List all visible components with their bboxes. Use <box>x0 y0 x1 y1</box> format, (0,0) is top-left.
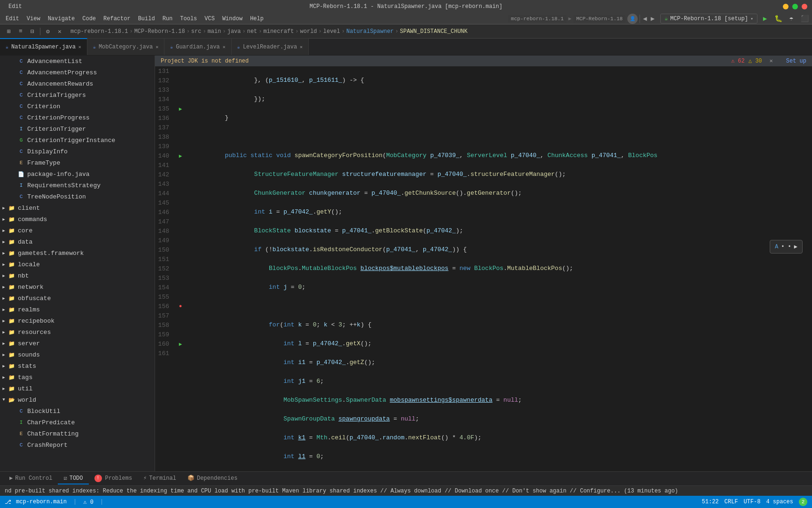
sidebar-item-data[interactable]: ▶ 📁 data <box>0 236 155 247</box>
breadcrumb-module[interactable]: MCP-Reborn-1.18 <box>134 28 185 35</box>
status-line-ending[interactable]: CRLF <box>725 499 738 505</box>
sidebar-item-recipebook[interactable]: ▶ 📁 recipebook <box>0 315 155 326</box>
sidebar-item-chat-formatting[interactable]: E ChatFormatting <box>0 428 155 439</box>
tab-close-mob-category[interactable]: ✕ <box>156 44 158 50</box>
menu-vcs[interactable]: VCS <box>201 15 219 23</box>
sidebar-item-obfuscate[interactable]: ▶ 📁 obfuscate <box>0 293 155 304</box>
sidebar-item-nbt[interactable]: ▶ 📁 nbt <box>0 270 155 281</box>
menu-refactor[interactable]: Refactor <box>100 15 134 23</box>
collapsed-arrow: ▶ <box>0 385 8 392</box>
menu-edit[interactable]: Edit <box>2 15 23 23</box>
sidebar-item-client[interactable]: ▶ 📁 client <box>0 202 155 214</box>
sidebar-item-sounds[interactable]: ▶ 📁 sounds <box>0 349 155 360</box>
sidebar-item-crash-report[interactable]: C CrashReport <box>0 439 155 451</box>
sidebar-item-frame-type[interactable]: E FrameType <box>0 157 155 168</box>
tab-natural-spawner[interactable]: ☕ NaturalSpawner.java ✕ <box>0 38 87 55</box>
breadcrumb-project[interactable]: mcp-reborn-1.18.1 <box>70 28 128 35</box>
menu-run[interactable]: Run <box>159 15 177 23</box>
navigate-back-button[interactable]: ◀ <box>642 14 648 24</box>
menu-tools[interactable]: Tools <box>176 15 201 23</box>
breadcrumb-java[interactable]: java <box>227 28 241 35</box>
menu-navigate[interactable]: Navigate <box>44 15 79 23</box>
sidebar-item-criteria-triggers[interactable]: C CriteriaTriggers <box>0 89 155 101</box>
menu-code[interactable]: Code <box>78 15 100 23</box>
toolbar-layout-icon[interactable]: ⊞ <box>4 26 14 37</box>
breadcrumb-net[interactable]: net <box>247 28 258 35</box>
sidebar-item-locale[interactable]: ▶ 📁 locale <box>0 259 155 270</box>
settings-button[interactable]: ⚙ <box>43 26 53 37</box>
sidebar-item-requirements-strategy[interactable]: I RequirementsStrategy <box>0 180 155 191</box>
sidebar-item-server[interactable]: ▶ 📁 server <box>0 338 155 349</box>
module-selector[interactable]: MCP-Reborn-1.18 <box>573 15 625 23</box>
sidebar-item-commands[interactable]: ▶ 📁 commands <box>0 214 155 225</box>
sidebar-item-char-predicate[interactable]: I CharPredicate <box>0 417 155 428</box>
warning-count: △ 30 <box>749 57 762 64</box>
breadcrumb-minecraft[interactable]: minecraft <box>264 28 294 35</box>
sidebar-item-display-info[interactable]: C DisplayInfo <box>0 146 155 157</box>
stop-button[interactable]: ⬛ <box>799 13 810 24</box>
expand-all-button[interactable]: ⊟ <box>27 26 38 37</box>
bottom-problems[interactable]: ! Problems <box>89 473 138 485</box>
breadcrumb-world[interactable]: world <box>300 28 317 35</box>
tab-close-level-reader[interactable]: ✕ <box>300 44 303 50</box>
close-panel-button[interactable]: ✕ <box>55 26 65 37</box>
breadcrumb-main[interactable]: main <box>208 28 221 35</box>
code-text-area[interactable]: }, (p_151610_, p_151611_) -> { }); } pub… <box>193 66 812 471</box>
tab-mob-category[interactable]: ☕ MobCategory.java ✕ <box>87 38 164 55</box>
run-config-selector[interactable]: ☕ MCP-Reborn-1.18 [setup] ▾ <box>660 14 757 24</box>
breadcrumb-symbol[interactable]: SPAWN_DISTANCE_CHUNK <box>400 28 468 35</box>
sidebar-item-world[interactable]: ▼ 📂 world <box>0 394 155 405</box>
bottom-dependencies[interactable]: 📦 Dependencies <box>182 473 243 484</box>
maximize-button[interactable] <box>792 4 798 9</box>
code-scroll[interactable]: 131 132 133 <box>155 66 812 471</box>
sidebar-item-gametest[interactable]: ▶ 📁 gametest.framework <box>0 247 155 259</box>
sidebar-item-tags[interactable]: ▶ 📁 tags <box>0 372 155 383</box>
close-button[interactable] <box>802 4 807 9</box>
menu-view[interactable]: View <box>23 15 44 23</box>
breadcrumb-class[interactable]: NaturalSpawner <box>346 28 394 35</box>
sidebar-item-advancement-rewards[interactable]: C AdvancementRewards <box>0 78 155 89</box>
setup-link[interactable]: Set up <box>786 58 806 64</box>
tab-level-reader[interactable]: ☕ LevelReader.java ✕ <box>232 38 309 55</box>
tab-close-guardian[interactable]: ✕ <box>223 44 226 50</box>
sidebar-item-network[interactable]: ▶ 📁 network <box>0 281 155 293</box>
sidebar-item-criterion-trigger[interactable]: I CriterionTrigger <box>0 123 155 135</box>
breadcrumb-src[interactable]: src <box>191 28 202 35</box>
sidebar-item-realms[interactable]: ▶ 📁 realms <box>0 304 155 315</box>
app-menu-edit[interactable]: Edit <box>5 2 26 11</box>
status-charset[interactable]: UTF-8 <box>743 499 760 505</box>
close-notification-icon[interactable]: ✕ <box>770 57 773 64</box>
sidebar-item-resources[interactable]: ▶ 📁 resources <box>0 326 155 338</box>
sidebar-item-package-info[interactable]: 📄 package-info.java <box>0 168 155 180</box>
ai-suggestion-overlay[interactable]: A • • ▶ <box>770 240 803 254</box>
sidebar-item-core[interactable]: ▶ 📁 core <box>0 225 155 236</box>
run-button[interactable]: ▶ <box>759 13 771 24</box>
collapse-all-button[interactable]: ≡ <box>16 26 26 37</box>
bottom-run-control[interactable]: ▶ Run Control <box>4 473 58 484</box>
sidebar-item-criterion[interactable]: C Criterion <box>0 101 155 112</box>
navigate-forward-button[interactable]: ▶ <box>650 14 656 24</box>
sidebar-item-util[interactable]: ▶ 📁 util <box>0 383 155 394</box>
menu-help[interactable]: Help <box>246 15 267 23</box>
sidebar-item-criterion-progress[interactable]: C CriterionProgress <box>0 112 155 123</box>
debug-button[interactable]: 🐛 <box>773 13 784 24</box>
status-line-col[interactable]: 51:22 <box>702 499 719 505</box>
sidebar-item-advancement-progress[interactable]: C AdvancementProgress <box>0 67 155 78</box>
sidebar-item-advancement-list[interactable]: C AdvancementList <box>0 56 155 67</box>
bottom-terminal[interactable]: ⚡ Terminal <box>138 473 182 484</box>
project-selector[interactable]: mcp-reborn-1.18.1 <box>508 15 566 23</box>
sidebar-item-tree-node-position[interactable]: C TreeNodePosition <box>0 191 155 202</box>
tab-close-natural-spawner[interactable]: ✕ <box>78 44 81 50</box>
sidebar-item-stats[interactable]: ▶ 📁 stats <box>0 360 155 372</box>
menu-window[interactable]: Window <box>219 15 246 23</box>
menu-build[interactable]: Build <box>134 15 159 23</box>
sidebar-item-criterion-trigger-instance[interactable]: G CriterionTriggerInstance <box>0 135 155 146</box>
tab-guardian[interactable]: ☕ Guardian.java ✕ <box>164 38 232 55</box>
bottom-todo[interactable]: ☑ TODO <box>58 473 88 484</box>
code-area[interactable]: 131 132 133 <box>155 66 812 471</box>
breadcrumb-level[interactable]: level <box>323 28 340 35</box>
sidebar-item-block-util[interactable]: C BlockUtil <box>0 405 155 417</box>
profile-button[interactable]: 👤 <box>627 14 638 24</box>
minimize-button[interactable] <box>783 4 789 9</box>
coverage-button[interactable]: ☂ <box>786 13 797 24</box>
